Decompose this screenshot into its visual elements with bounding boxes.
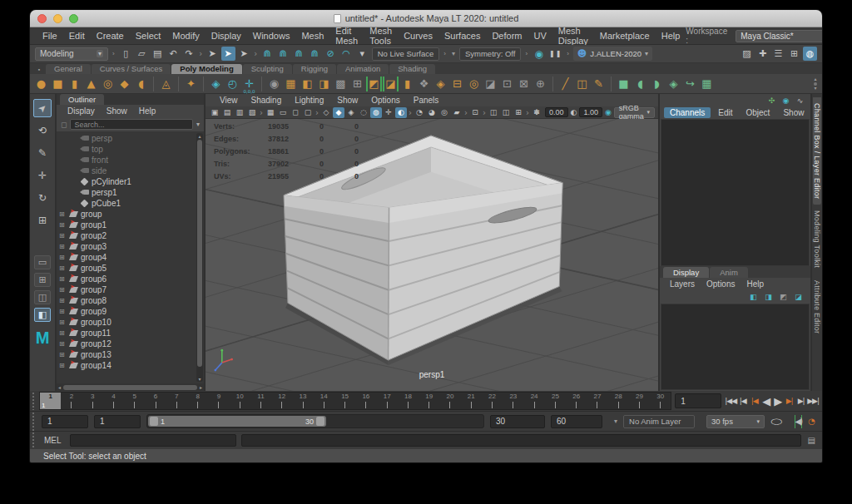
pause-icon[interactable]: ❚❚ [548,47,562,61]
record-icon[interactable]: ◉ [532,47,546,61]
image-plane-icon[interactable]: ⊞ [513,107,524,118]
timeline-frame[interactable]: 17 [377,393,398,409]
timeline-frame[interactable]: 24 [523,393,544,409]
shelf-tab-sculpting[interactable]: Sculpting [243,64,292,74]
viewport-menu-item[interactable]: Lighting [289,96,329,105]
input-line-icon[interactable]: ✚ [755,47,770,61]
outliner-item-group10[interactable]: ⊞ group10 [57,317,204,328]
combine-icon[interactable]: ◧ [300,76,315,92]
outliner-item-persp[interactable]: ⊞ persp [57,133,204,144]
drag-handle[interactable] [32,412,36,431]
menu-item[interactable]: Select [130,31,167,41]
crease-tool-icon[interactable]: ╱ [557,76,573,92]
shelf-tab-shading[interactable]: Shading [389,64,435,74]
new-layer-from-selected-icon[interactable]: ◪ [793,292,804,302]
layer-editor-menu-item[interactable]: Layers [665,279,700,289]
super-ellipse-icon[interactable]: ✦ [183,76,199,92]
expand-icon[interactable]: ⊞ [59,340,67,348]
scale-tool[interactable]: ⊞ [33,211,52,230]
outliner-menu-item[interactable]: Help [134,106,161,116]
bounding-box-icon[interactable]: ◌ [358,107,369,118]
timeline-frame[interactable]: 15 [334,393,355,409]
range-start-handle[interactable] [150,417,158,426]
channelbox-menu-object[interactable]: Object [741,107,776,118]
field-chart-icon[interactable]: ◫ [488,107,499,118]
menu-item[interactable]: Edit Mesh [329,26,364,46]
layer-editor-menu-item[interactable]: Help [741,279,769,289]
outliner-item-group12[interactable]: ⊞ group12 [57,338,204,349]
rotate-tool[interactable]: ↻ [33,189,52,207]
expand-icon[interactable]: ⊞ [59,286,67,294]
command-result-field[interactable] [241,434,801,447]
menu-item[interactable]: Modify [166,31,205,41]
expand-icon[interactable]: ⊞ [59,232,67,240]
menu-item[interactable]: Display [206,31,247,41]
menu-item[interactable]: Mesh [295,31,329,41]
timeline-frame[interactable]: 6 [145,393,166,409]
expand-icon[interactable]: ⊞ [59,254,67,261]
outliner-item-group[interactable]: ⊞ group [57,209,204,220]
view-transform-select[interactable]: sRGB gamma ▾ [614,107,655,118]
menu-item[interactable]: Deform [486,31,528,41]
animation-end-field[interactable]: 60 [551,415,602,428]
timeline-frame[interactable]: 28 [608,393,629,409]
smooth-cube-icon[interactable]: ◈ [666,76,681,92]
timeline-frame[interactable]: 12 [271,393,292,409]
menu-item[interactable]: Surfaces [438,31,486,41]
new-scene-icon[interactable]: ▯ [119,47,133,61]
grid-window-icon[interactable]: ▦ [699,76,715,92]
layout-persp-outliner[interactable]: ◫ [34,290,51,304]
menu-item[interactable]: Edit [63,31,91,41]
anim-layer-field[interactable]: No Anim Layer [623,415,695,428]
move-layer-down-icon[interactable]: ◨ [763,292,774,302]
viewport-menu-item[interactable]: View [214,96,244,105]
filter-icon[interactable]: ◻ [61,121,67,129]
exposure-field[interactable]: 0.00 [545,107,568,117]
timeline-frame[interactable]: 26 [566,393,587,409]
smooth-shade-icon[interactable]: ◆ [333,107,344,118]
lasso-tool[interactable]: ⟲ [33,121,52,140]
outliner-item-group1[interactable]: ⊞ group1 [57,220,204,230]
timeline-frame[interactable]: 2 [61,393,82,409]
select-tool[interactable]: ➤ [33,99,52,117]
shelf-menu-icon[interactable]: ▪ [33,65,45,74]
move-tool[interactable]: ✛ [33,166,52,185]
expand-icon[interactable]: ⊞ [59,275,67,283]
lock-camera-icon[interactable]: ▤ [221,107,233,118]
range-end-handle[interactable] [316,417,324,426]
timeline-frame[interactable]: 11 [250,393,271,409]
select-hierarchy-icon[interactable]: ➤ [206,47,220,61]
timeline-frame[interactable]: 30 [650,393,671,409]
timeline-frame[interactable]: 20 [439,393,460,409]
menu-item[interactable]: Marketplace [594,31,656,41]
poly-cone-icon[interactable]: ▲ [83,76,99,92]
outliner-item-group4[interactable]: ⊞ group4 [57,252,204,263]
smooth-mesh-preview-icon[interactable]: ■ [616,76,632,92]
poly-disc-icon[interactable]: ◖ [133,76,149,92]
xray-joints-icon[interactable]: ◕ [426,107,438,118]
select-object-icon[interactable]: ➤ [221,47,235,61]
make-live-icon[interactable]: ◠ [339,47,354,61]
poly-sphere-icon[interactable]: ● [33,76,49,92]
wheel-icon[interactable]: ◎ [466,76,482,92]
layer-editor-menu-item[interactable]: Options [701,279,740,289]
step-forward-key-button[interactable]: ▶| [784,394,795,408]
platonic-solid-icon[interactable]: ◬ [158,76,174,92]
shelf-scroll[interactable]: ▴ ▾ [814,77,819,91]
menu-set-select[interactable]: Modeling ▾ [35,47,108,61]
command-input[interactable] [70,434,236,447]
camera-only-icon[interactable]: ◎ [438,107,450,118]
fps-select[interactable]: 30 fps ▾ [706,415,765,428]
menu-item[interactable]: Create [91,31,130,41]
step-back-frame-button[interactable]: |◀ [737,394,748,408]
timeline-frame[interactable]: 18 [398,393,419,409]
new-empty-layer-icon[interactable]: ◩ [778,292,789,302]
snap-grid-icon[interactable]: ⋒ [260,47,275,61]
timeline-frame[interactable]: 9 [208,393,229,409]
quad-strip-icon[interactable]: ❖ [416,76,432,92]
strip-channel-box[interactable]: Channel Box / Layer Editor [813,97,821,205]
smooth-icon[interactable]: ▩ [333,76,349,92]
outliner-item-group6[interactable]: ⊞ group6 [57,274,204,284]
modeling-toolkit-toggle-icon[interactable]: ◍ [803,47,817,61]
shadows-icon[interactable]: ◐ [395,107,407,118]
